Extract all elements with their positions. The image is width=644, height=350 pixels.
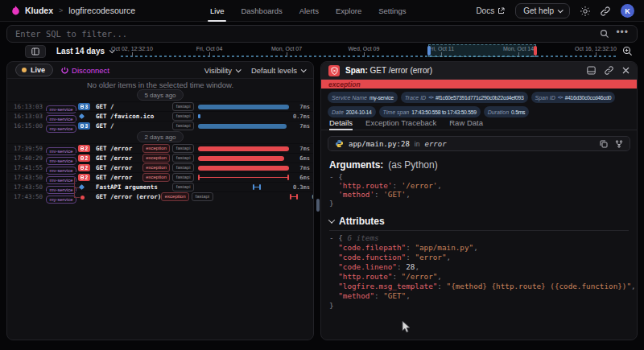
row-marker[interactable]: 2 [78,144,96,154]
copy-icon[interactable] [600,140,608,148]
selection-start-handle[interactable] [427,46,431,56]
attributes-heading[interactable]: Attributes [329,216,637,227]
timeline[interactable]: Oct 02, 12:32:10Fri, Oct 04Mon, Oct 07We… [113,45,618,59]
scrollbar-thumb[interactable] [316,199,320,212]
attributes-code: - { 6 items "code.filepath": "app/main.p… [329,233,637,311]
theme-toggle-icon[interactable] [580,6,590,16]
span-name: GET /error [96,164,132,171]
row-duration: 6ms [289,155,310,162]
share-link-icon[interactable] [601,6,610,16]
row-marker[interactable]: 2 [78,163,96,173]
chevron-down-icon [301,67,307,72]
timeline-tick-label: Mon, Oct 07 [271,46,302,51]
meta-pill: Date2024-10-14 [328,106,376,117]
tab-live[interactable]: Live [210,0,224,22]
timeline-tick [132,52,133,56]
visibility-dropdown[interactable]: Visibility [204,66,240,75]
tag-fastapi[interactable]: fastapi [172,121,194,130]
meta-pill: Duration0.5ms [484,106,529,117]
tag-fastapi[interactable]: fastapi [172,102,194,111]
error-dot-icon [80,196,85,200]
row-duration: 0.7ms [289,113,310,120]
children-count-badge[interactable]: 3 [78,122,90,130]
close-icon[interactable] [622,67,630,74]
row-marker[interactable]: 2 [78,154,96,163]
mouse-cursor [402,320,411,334]
row-timestamp: 17:43:50 [14,193,44,200]
get-help-button[interactable]: Get help [515,3,570,19]
row-marker[interactable]: 3 [78,121,96,131]
children-count-badge[interactable]: 2 [78,145,90,152]
meta-pill: Service Namemy-service [328,92,398,103]
selection-end-handle[interactable] [534,46,537,56]
tag-fastapi[interactable]: fastapi [172,112,194,121]
disconnect-button[interactable]: Disconnect [61,66,109,75]
row-marker[interactable]: 3 [78,102,96,112]
timeline-baseline [121,56,617,57]
chevron-down-icon [558,7,564,13]
timeline-selection[interactable] [428,44,536,57]
tag-fastapi[interactable]: fastapi [172,163,194,172]
topbar: Kludex > logfirecodesource LiveDashboard… [0,0,644,22]
time-ago-pill: 2 days ago [137,131,183,142]
tag-exception[interactable]: exception [161,192,189,201]
tag-fastapi[interactable]: fastapi [192,192,213,201]
detail-tab-exception-traceback[interactable]: Exception Traceback [365,118,436,130]
org-name[interactable]: Kludex [25,6,53,15]
docs-link[interactable]: Docs [476,6,505,15]
tab-settings[interactable]: Settings [378,0,406,22]
error-shield-icon [328,65,340,76]
timeline-tick-label: Oct 02, 12:32:10 [111,46,153,51]
row-marker[interactable]: 2 [78,173,96,183]
avatar[interactable]: K [621,4,634,18]
code-location[interactable]: app/main.py:28 in error [328,136,630,151]
zoom-to-selection-icon[interactable] [622,46,633,56]
dock-panel-icon[interactable] [587,66,596,75]
tab-explore[interactable]: Explore [336,0,361,22]
time-range-select[interactable]: Last 14 days [56,47,114,56]
search-icon[interactable] [600,29,609,39]
children-count-badge[interactable]: 3 [78,103,90,110]
row-marker[interactable] [78,192,96,202]
copy-link-icon[interactable] [605,66,613,75]
tag-fastapi[interactable]: fastapi [172,154,194,163]
project-name[interactable]: logfirecodesource [68,6,135,15]
default-levels-dropdown[interactable]: Default levels [251,66,305,75]
row-marker[interactable] [78,112,96,121]
arguments-heading: Arguments:(as Python) [329,159,637,171]
children-count-badge[interactable]: 2 [78,174,90,181]
children-count-badge[interactable]: 2 [78,164,90,171]
filter-more-menu[interactable]: ••• [616,27,629,38]
row-marker[interactable] [78,183,96,192]
tab-dashboards[interactable]: Dashboards [241,0,282,22]
span-name: GET / [96,103,114,110]
detail-tab-raw-data[interactable]: Raw Data [449,118,483,130]
trace-row[interactable]: 16:15:00my-service3GET /fastapi7ms [7,121,313,130]
span-name: GET /error [96,145,132,152]
tag-fastapi[interactable]: fastapi [172,144,194,153]
trace-row[interactable]: 17:43:50my-serviceGET /error (error)exce… [7,191,313,201]
duration-bar [198,154,289,163]
row-duration: 7ms [289,165,310,171]
span-diamond-icon [79,113,85,119]
tag-fastapi[interactable]: fastapi [172,183,194,191]
sidebar-toggle-button[interactable] [25,45,46,58]
service-tag[interactable]: my-service [46,196,76,204]
logfire-logo-icon [11,6,20,16]
detail-tab-details[interactable]: Details [329,118,353,130]
tag-exception[interactable]: exception [142,163,171,172]
row-timestamp: 16:13:03 [14,113,44,120]
tag-exception[interactable]: exception [142,144,171,153]
tag-exception[interactable]: exception [142,173,171,182]
tab-alerts[interactable]: Alerts [299,0,319,22]
sql-filter-input[interactable]: Enter SQL to filter... ••• [6,25,638,43]
github-fork-icon[interactable] [615,140,623,148]
live-button[interactable]: Live [15,64,53,76]
tag-fastapi[interactable]: fastapi [172,173,194,182]
service-tag[interactable]: my-service [46,125,76,133]
row-timestamp: 17:39:59 [14,145,44,152]
detail-tabs: DetailsException TracebackRaw Data [321,119,637,130]
tag-exception[interactable]: exception [142,154,171,163]
children-count-badge[interactable]: 2 [78,154,90,162]
duration-bar [198,163,289,173]
